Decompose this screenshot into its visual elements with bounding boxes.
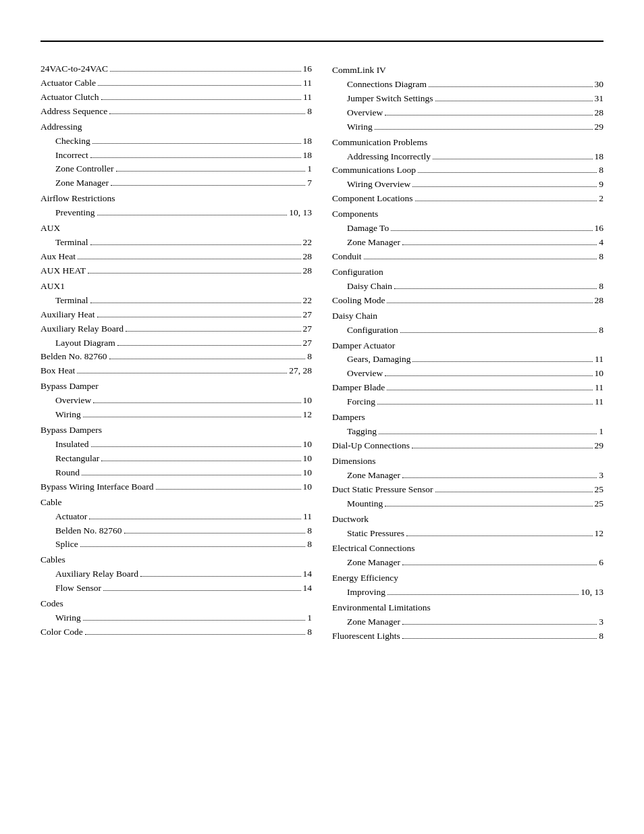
entry-page: 3 <box>599 615 603 629</box>
entry-label: Color Code <box>41 625 83 640</box>
entry-page: 11 <box>595 381 603 395</box>
section-header: Dampers <box>332 411 603 425</box>
entry-page: 11 <box>303 90 312 105</box>
entry-dots <box>97 317 301 317</box>
entry-label: Flow Sensor <box>55 581 101 596</box>
index-entry: Zone Manager3 <box>332 615 603 629</box>
index-entry: Damper Blade11 <box>332 381 603 395</box>
entry-dots <box>109 359 306 359</box>
entry-page: 12 <box>595 527 604 541</box>
entry-label: Insulated <box>55 438 89 452</box>
entry-dots <box>116 171 306 172</box>
index-entry: Actuator11 <box>41 510 312 524</box>
entry-dots <box>435 492 593 492</box>
entry-page: 18 <box>303 134 313 149</box>
entry-label: Actuator <box>55 510 87 524</box>
index-entry: Wiring1 <box>41 611 312 625</box>
section-header: Bypass Dampers <box>41 423 312 438</box>
entry-page: 8 <box>307 350 312 364</box>
entry-page: 14 <box>303 581 313 596</box>
entry-page: 8 <box>307 105 312 119</box>
entry-dots <box>92 143 301 144</box>
entry-page: 8 <box>599 323 603 338</box>
section-header: Cables <box>41 553 312 567</box>
entry-label: Wiring <box>55 408 81 422</box>
entry-dots <box>429 86 592 87</box>
entry-dots <box>140 576 301 577</box>
content-area: 24VAC-to-24VAC16Actuator Cable11Actuator… <box>41 62 603 644</box>
entry-dots <box>415 201 597 201</box>
index-entry: Jumper Switch Settings31 <box>332 92 603 106</box>
entry-label: Damage To <box>347 221 389 236</box>
entry-label: Gears, Damaging <box>347 353 410 367</box>
entry-page: 28 <box>303 264 313 278</box>
entry-label: Forcing <box>347 395 375 409</box>
entry-page: 8 <box>307 538 312 552</box>
entry-page: 1 <box>307 611 312 625</box>
index-entry: Component Locations2 <box>332 192 603 206</box>
index-entry: Overview10 <box>41 394 312 408</box>
entry-dots <box>90 157 301 158</box>
entry-label: Conduit <box>332 250 362 264</box>
entry-dots <box>78 259 300 259</box>
index-entry: Gears, Damaging11 <box>332 353 603 367</box>
entry-dots <box>385 115 592 115</box>
index-entry: Overview10 <box>332 367 603 381</box>
entry-label: Static Pressures <box>347 527 404 541</box>
entry-dots <box>402 244 597 245</box>
entry-page: 9 <box>599 178 603 192</box>
page: 24VAC-to-24VAC16Actuator Cable11Actuator… <box>0 41 644 834</box>
entry-label: Communications Loop <box>332 163 416 178</box>
entry-label: Zone Manager <box>347 615 400 629</box>
entry-dots <box>402 638 597 639</box>
index-entry: Insulated10 <box>41 438 312 452</box>
entry-page: 27 <box>303 308 313 322</box>
entry-dots <box>97 215 288 215</box>
entry-page: 7 <box>307 176 312 190</box>
entry-page: 18 <box>595 150 604 164</box>
index-entry: Zone Manager3 <box>332 469 603 483</box>
entry-dots <box>103 590 301 591</box>
entry-page: 16 <box>303 62 313 76</box>
entry-page: 10, 13 <box>581 585 603 600</box>
entry-dots <box>391 230 592 231</box>
index-entry: Zone Manager6 <box>332 556 603 570</box>
index-entry: Box Heat27, 28 <box>41 364 312 378</box>
index-entry: Zone Controller1 <box>41 162 312 176</box>
entry-label: Round <box>55 466 80 480</box>
index-entry: Communications Loop8 <box>332 163 603 178</box>
entry-dots <box>83 417 301 417</box>
entry-label: Wiring <box>347 120 373 134</box>
entry-label: Zone Manager <box>347 236 400 250</box>
entry-dots <box>117 345 301 346</box>
entry-dots <box>387 594 579 595</box>
index-entry: Checking18 <box>41 134 312 149</box>
index-entry: Incorrect18 <box>41 149 312 163</box>
entry-label: Address Sequence <box>41 105 107 119</box>
section-header: AUX1 <box>41 280 312 294</box>
entry-dots <box>412 186 597 187</box>
index-entry: 24VAC-to-24VAC16 <box>41 62 312 76</box>
entry-page: 27 <box>303 322 313 336</box>
index-entry: Fluorescent Lights8 <box>332 629 603 644</box>
entry-dots <box>379 434 597 434</box>
entry-dots <box>109 113 305 114</box>
entry-page: 1 <box>599 425 603 439</box>
entry-dots <box>433 159 592 159</box>
entry-dots <box>435 101 593 101</box>
entry-label: Incorrect <box>55 149 88 163</box>
entry-label: Actuator Clutch <box>41 90 99 105</box>
entry-page: 22 <box>303 294 313 308</box>
index-entry: Splice8 <box>41 538 312 552</box>
entry-label: Auxiliary Relay Board <box>55 567 138 581</box>
entry-dots <box>402 565 597 565</box>
entry-page: 8 <box>599 629 603 644</box>
entry-label: Configuration <box>347 323 398 338</box>
index-entry: Belden No. 827608 <box>41 350 312 364</box>
index-entry: Tagging1 <box>332 425 603 439</box>
entry-label: Component Locations <box>332 192 413 206</box>
entry-dots <box>364 259 597 259</box>
left-column: 24VAC-to-24VAC16Actuator Cable11Actuator… <box>41 62 312 644</box>
entry-page: 10 <box>303 394 313 408</box>
entry-label: Preventing <box>55 206 95 220</box>
